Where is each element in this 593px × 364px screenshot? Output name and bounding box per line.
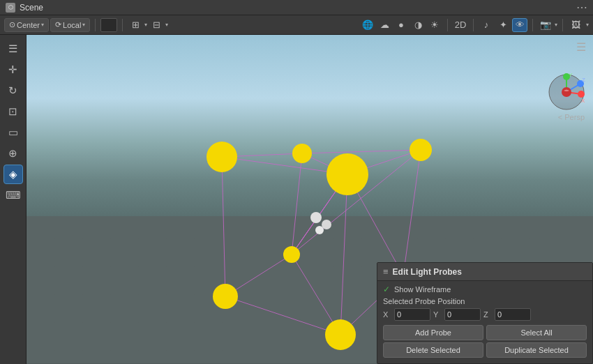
svg-line-6 <box>302 150 421 153</box>
title-bar-menu[interactable]: ⋯ <box>576 1 587 14</box>
snap-increment-button[interactable]: ⊟ <box>149 18 164 32</box>
action-row-2: Delete Selected Duplicate Selected <box>383 342 587 358</box>
2d-button[interactable]: 2D <box>453 18 468 32</box>
y-axis-label: Y <box>433 310 442 319</box>
probe-6[interactable] <box>325 319 356 350</box>
duplicate-selected-button[interactable]: Duplicate Selected <box>486 342 587 358</box>
wireframe-label: Show Wireframe <box>394 285 451 294</box>
svg-line-16 <box>340 174 347 335</box>
probe-4[interactable] <box>213 284 238 309</box>
circle-half-button[interactable]: ◑ <box>410 18 426 32</box>
local-icon: ⟳ <box>55 20 61 29</box>
sun-button[interactable]: ☀ <box>427 18 442 32</box>
scene-menu-icon[interactable]: ☰ <box>576 40 586 54</box>
cloud-button[interactable]: ☁ <box>377 18 392 32</box>
probe-3[interactable] <box>410 139 432 161</box>
render-mode-button[interactable]: 🖼 <box>568 18 583 32</box>
center-icon: ⊙ <box>9 20 15 29</box>
z-coord-input[interactable] <box>495 308 531 321</box>
rotate-tool-button[interactable]: ↻ <box>3 81 23 100</box>
audio-group: ♪ ✦ 👁 <box>479 18 527 32</box>
svg-point-26 <box>578 91 585 98</box>
separator-3 <box>447 19 448 31</box>
camera-dropdown-arrow: ▾ <box>555 22 557 28</box>
probe-8[interactable] <box>310 212 322 223</box>
globe-button[interactable]: 🌐 <box>360 18 375 32</box>
action-row-1: Add Probe Select All <box>383 325 587 340</box>
scene-icon: ⬡ <box>6 3 15 13</box>
snap-inc-dropdown-arrow: ▾ <box>165 22 168 28</box>
local-dropdown-arrow: ▾ <box>82 22 85 28</box>
probe-10[interactable] <box>315 226 324 234</box>
snap-dropdown-arrow: ▾ <box>144 22 147 28</box>
window-title: Scene <box>20 3 43 13</box>
add-probe-button[interactable]: Add Probe <box>383 325 483 340</box>
separator-1 <box>95 19 96 31</box>
svg-line-19 <box>403 150 421 275</box>
pivot-group: ⊙ Center ▾ ⟳ Local ▾ <box>4 18 90 32</box>
local-button[interactable]: ⟳ Local ▾ <box>50 18 90 32</box>
panel-title: Edit Light Probes <box>393 267 462 277</box>
coordinates-row: X Y Z <box>383 308 587 321</box>
probe-2[interactable] <box>326 153 368 195</box>
x-axis-label: X <box>383 310 391 319</box>
main-area: ☰ ✛ ↻ ⊡ ▭ ⊕ ◈ ⌨ <box>0 35 593 364</box>
svg-text:Y: Y <box>569 73 573 78</box>
selected-probe-label: Selected Probe Position <box>383 297 587 305</box>
audio-button[interactable]: ♪ <box>479 18 494 32</box>
hand-tool-button[interactable]: ☰ <box>3 39 23 59</box>
panel-header: ≡ Edit Light Probes <box>377 263 592 281</box>
scene-gizmo[interactable]: Z X Y <box>548 73 586 112</box>
camera-button[interactable]: 📷 <box>538 18 553 32</box>
probe-1[interactable] <box>292 144 312 163</box>
custom-tool-2-button[interactable]: ⌨ <box>3 185 23 205</box>
custom-tool-1-button[interactable]: ◈ <box>3 165 23 184</box>
panel-body: ✓ Show Wireframe Selected Probe Position… <box>377 281 592 363</box>
render-dropdown-arrow: ▾ <box>586 22 589 28</box>
x-coord-input[interactable] <box>394 308 430 321</box>
separator-4 <box>473 19 474 31</box>
transform-tool-button[interactable]: ⊕ <box>3 144 23 163</box>
svg-line-15 <box>225 296 340 335</box>
snap-group: ⊞ ▾ ⊟ ▾ <box>128 18 168 32</box>
sphere-button[interactable]: ● <box>393 18 409 32</box>
svg-point-31 <box>562 87 571 97</box>
y-coord-input[interactable] <box>444 308 481 321</box>
left-sidebar: ☰ ✛ ↻ ⊡ ▭ ⊕ ◈ ⌨ <box>0 35 27 364</box>
light-probe-panel: ≡ Edit Light Probes ✓ Show Wireframe Sel… <box>377 262 593 364</box>
effects-button[interactable]: ✦ <box>495 18 511 32</box>
z-axis-label: Z <box>483 310 492 319</box>
title-bar: ⬡ Scene ⋯ <box>0 0 593 15</box>
panel-menu-icon: ≡ <box>383 266 389 277</box>
hidden-button[interactable]: 👁 <box>512 18 527 32</box>
svg-line-13 <box>292 153 302 255</box>
select-all-button[interactable]: Select All <box>486 325 587 340</box>
scene-view[interactable]: Z X Y < Persp ☰ ≡ Edit Light Probes <box>27 35 593 364</box>
snap-grid-button[interactable]: ⊞ <box>128 18 143 32</box>
move-tool-button[interactable]: ✛ <box>3 60 23 79</box>
probe-0[interactable] <box>207 142 237 172</box>
view-options-group: 🌐 ☁ ● ◑ ☀ <box>360 18 442 32</box>
wireframe-check-icon: ✓ <box>383 285 390 294</box>
svg-text:X: X <box>581 98 585 104</box>
separator-5 <box>532 19 533 31</box>
svg-line-7 <box>222 157 225 296</box>
svg-text:Z: Z <box>582 77 585 83</box>
separator-2 <box>122 19 123 31</box>
toolbar: ⊙ Center ▾ ⟳ Local ▾ 1 ⊞ ▾ ⊟ ▾ 🌐 ☁ ● ◑ ☀… <box>0 15 593 35</box>
probe-5[interactable] <box>283 246 300 263</box>
layer-number-input[interactable]: 1 <box>100 18 117 32</box>
perspective-label: < Persp <box>558 113 585 121</box>
delete-selected-button[interactable]: Delete Selected <box>383 342 483 358</box>
camera-group: 📷 ▾ <box>538 18 557 32</box>
rect-tool-button[interactable]: ▭ <box>3 123 23 142</box>
center-dropdown-arrow: ▾ <box>41 22 44 28</box>
show-wireframe-row: ✓ Show Wireframe <box>383 285 587 294</box>
center-button[interactable]: ⊙ Center ▾ <box>4 18 49 32</box>
separator-6 <box>562 19 563 31</box>
scale-tool-button[interactable]: ⊡ <box>3 102 23 121</box>
